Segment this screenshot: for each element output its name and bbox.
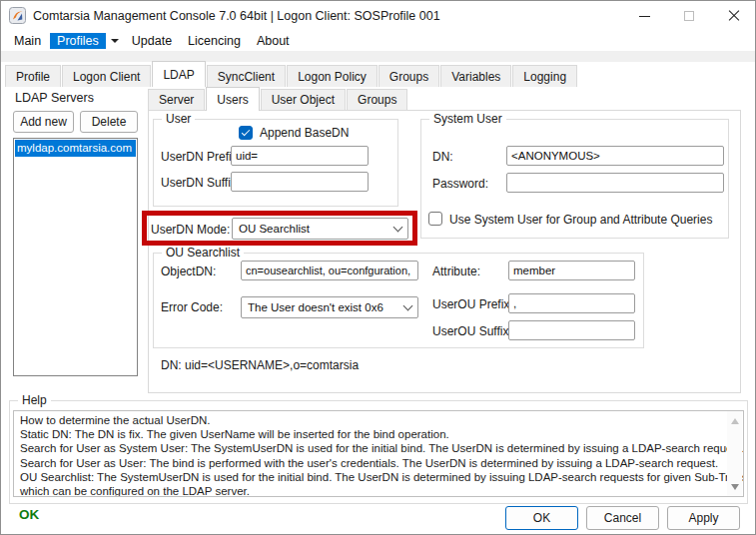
chevron-down-icon[interactable] [111, 39, 119, 43]
menu-item-main[interactable]: Main [7, 33, 48, 49]
tab-groups[interactable]: Groups [378, 65, 439, 87]
tab-logon-client[interactable]: Logon Client [62, 65, 151, 87]
tab-ldap[interactable]: LDAP [152, 61, 205, 87]
error-code-label: Error Code: [161, 300, 223, 314]
append-basedn-checkbox[interactable] [239, 126, 253, 140]
help-line: Search for User as System User: The Syst… [20, 441, 723, 455]
system-dn-label: DN: [432, 150, 453, 164]
add-new-button[interactable]: Add new [13, 111, 74, 133]
subtab-users[interactable]: Users [206, 87, 259, 111]
password-label: Password: [432, 177, 488, 191]
help-line: OU Searchlist: The SystemUserDN is used … [20, 470, 723, 484]
userdn-suffix-label: UserDN Suffix: [161, 176, 240, 190]
ldap-servers-label: LDAP Servers [15, 91, 94, 105]
scroll-down-icon [731, 484, 739, 490]
close-button[interactable] [716, 1, 752, 31]
help-line: How to determine the actual UserDN. [20, 413, 723, 427]
scroll-down-button[interactable] [727, 479, 742, 494]
error-code-value: The User doesn't exist 0x6 [248, 301, 404, 313]
userou-suffix-label: UserOU Suffix: [432, 324, 512, 338]
apply-button[interactable]: Apply [667, 506, 740, 530]
attribute-label: Attribute: [432, 265, 480, 278]
use-system-user-checkbox[interactable] [428, 212, 442, 226]
menu-item-licencing[interactable]: Licencing [181, 33, 248, 49]
help-line: Search for User as User: The bind is per… [20, 456, 723, 470]
maximize-icon [684, 11, 694, 21]
close-icon [728, 10, 740, 22]
system-user-groupbox-title: System User [429, 112, 506, 126]
main-tab-strip: Profile Logon Client LDAP SyncClient Log… [5, 61, 578, 87]
help-scrollbar[interactable] [727, 411, 742, 496]
help-text-area[interactable]: How to determine the actual UserDN. Stat… [13, 410, 744, 497]
help-groupbox-title: Help [18, 393, 51, 407]
userdn-mode-select[interactable]: OU Searchlist [232, 218, 408, 240]
status-text: OK [19, 507, 39, 522]
userou-prefix-label: UserOU Prefix: [432, 297, 513, 311]
dn-preview-text: DN: uid=<USERNAME>,o=comtarsia [161, 358, 359, 372]
app-icon [9, 7, 26, 24]
tab-variables[interactable]: Variables [440, 65, 511, 87]
minimize-icon [639, 16, 650, 17]
menu-item-profiles[interactable]: Profiles [50, 33, 106, 49]
ou-searchlist-groupbox-title: OU Searchlist [162, 246, 244, 260]
window-title: Comtarsia Management Console 7.0 64bit |… [33, 1, 440, 31]
userdn-mode-label: UserDN Mode: [151, 223, 230, 237]
userdn-mode-value: OU Searchlist [239, 223, 394, 235]
userdn-prefix-input[interactable] [231, 146, 369, 166]
help-line: Static DN: The DN is fix. The given User… [20, 427, 723, 441]
userdn-prefix-label: UserDN Prefix: [161, 150, 241, 164]
chevron-down-icon [393, 223, 403, 233]
title-bar: Comtarsia Management Console 7.0 64bit |… [1, 1, 755, 31]
scroll-up-icon [731, 418, 739, 424]
tab-logging[interactable]: Logging [512, 65, 577, 87]
ok-button[interactable]: OK [505, 506, 578, 530]
user-groupbox-title: User [162, 112, 195, 126]
system-dn-input[interactable] [506, 146, 724, 166]
chevron-down-icon [403, 301, 413, 311]
scroll-up-button[interactable] [727, 413, 742, 428]
check-icon [242, 128, 250, 136]
userou-prefix-input[interactable] [508, 293, 635, 313]
subtab-server[interactable]: Server [148, 89, 205, 110]
subtab-groups[interactable]: Groups [347, 89, 407, 110]
cancel-button[interactable]: Cancel [586, 506, 659, 530]
maximize-button[interactable] [673, 1, 705, 31]
help-line: which can be configured on the LDAP serv… [20, 484, 723, 497]
menu-bar: Main Profiles Update Licencing About [1, 31, 755, 50]
tab-logon-policy[interactable]: Logon Policy [287, 65, 378, 87]
delete-button[interactable]: Delete [80, 111, 138, 133]
subtab-user-object[interactable]: User Object [261, 89, 346, 110]
objectdn-input[interactable] [241, 261, 418, 280]
attribute-input[interactable] [508, 261, 635, 280]
menu-item-update[interactable]: Update [125, 33, 179, 49]
error-code-select[interactable]: The User doesn't exist 0x6 [241, 296, 418, 318]
minimize-button[interactable] [628, 1, 660, 31]
userdn-suffix-input[interactable] [231, 172, 369, 192]
use-system-user-label: Use System User for Group and Attribute … [449, 213, 712, 227]
menu-item-about[interactable]: About [250, 33, 297, 49]
ldap-server-listbox[interactable]: myldap.comtarsia.com [13, 138, 138, 376]
password-input[interactable] [506, 173, 724, 193]
application-window: Comtarsia Management Console 7.0 64bit |… [0, 0, 756, 535]
append-basedn-label: Append BaseDN [260, 126, 349, 140]
tab-syncclient[interactable]: SyncClient [207, 65, 286, 87]
list-item-selected[interactable]: myldap.comtarsia.com [15, 140, 136, 157]
objectdn-label: ObjectDN: [161, 265, 216, 278]
userou-suffix-input[interactable] [508, 320, 635, 340]
tab-profile[interactable]: Profile [5, 65, 61, 87]
sub-tab-strip: Server Users User Object Groups [148, 87, 408, 110]
